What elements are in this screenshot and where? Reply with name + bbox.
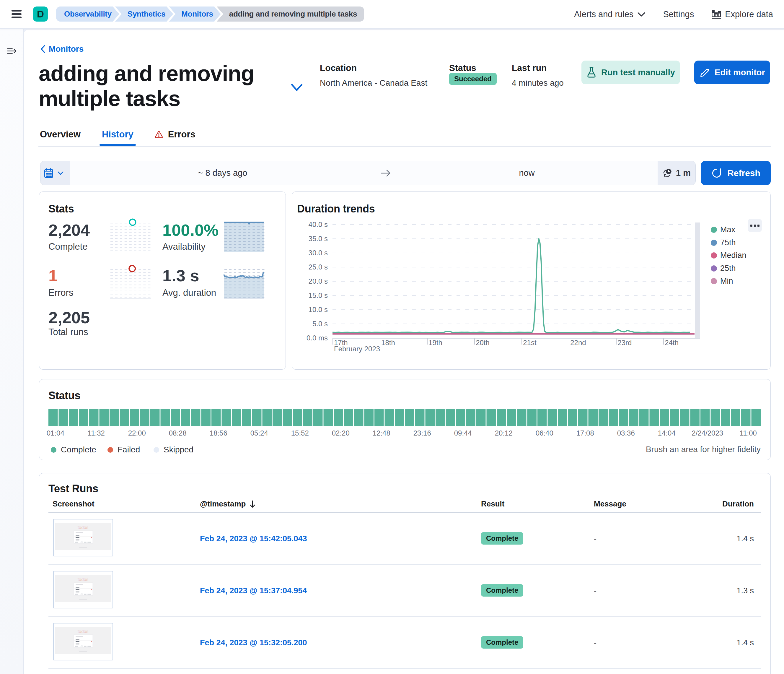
result-badge: Complete [481,532,523,545]
duration-x-tick-label: 21st [523,339,536,347]
avg-duration-sparkline-chart [224,268,264,299]
hamburger-bar [11,17,22,18]
options-dot [758,225,759,227]
timestamp-link[interactable]: Feb 24, 2023 @ 15:37:04.954 [200,586,307,595]
date-range-end[interactable]: now [396,161,658,185]
screenshot-thumbnail[interactable]: todos [53,571,113,608]
options-dot [750,225,752,227]
tab-errors[interactable]: Errors [155,129,196,146]
legend-dot [711,252,717,259]
duration-y-tick-label: 40.0 s [304,220,328,229]
chart-options-button[interactable] [748,219,762,232]
table-row-divider [48,564,761,565]
tab-errors-label: Errors [168,129,196,140]
tab-history-label: History [102,129,134,140]
column-header-duration[interactable]: Duration [722,499,754,509]
breadcrumb-synthetics[interactable]: Synthetics [115,6,173,22]
date-range-end-value: now [519,168,535,178]
duration-trends-chart[interactable] [332,222,700,340]
duration-cell: 1.3 s [736,586,754,595]
column-header-message[interactable]: Message [594,499,626,509]
stat-total-runs-label: Total runs [48,327,88,337]
status-panel-title: Status [48,390,80,402]
date-range-picker: ~ 8 days ago now 1 m [40,161,696,185]
stat-total-runs-value: 2,205 [48,309,90,326]
message-cell: - [594,586,596,595]
screenshot-thumbnail-image: todos [55,521,111,554]
status-x-tick-label: 20:12 [486,429,521,437]
duration-legend-item[interactable]: 25th [711,264,736,273]
explore-data-menu[interactable]: Explore data [712,9,773,19]
stat-complete-value: 2,204 [48,222,90,239]
duration-x-tick-label: 18th [381,339,395,347]
timestamp-link[interactable]: Feb 24, 2023 @ 15:42:05.043 [200,534,307,543]
screenshot-thumbnail[interactable]: todos [53,623,113,660]
test-runs-title: Test Runs [48,482,98,495]
screenshot-thumbnail[interactable]: todos [53,519,113,556]
alerts-and-rules-menu[interactable]: Alerts and rules [574,9,646,19]
back-to-monitors-link[interactable]: Monitors [40,44,84,54]
duration-x-tick-label: 24th [665,339,678,347]
refresh-label: Refresh [727,168,761,178]
status-x-tick-label: 05:24 [241,429,277,437]
edit-monitor-label: Edit monitor [715,68,765,77]
meta-location: Location North America - Canada East [320,63,427,88]
stat-errors-value: 1 [48,267,58,284]
status-x-tick-label: 01:04 [38,429,73,437]
tab-history[interactable]: History [102,129,134,146]
monitor-select-chevron[interactable] [291,84,303,92]
settings-label: Settings [663,9,694,19]
duration-x-tick [474,338,475,345]
legend-label: Max [720,225,735,234]
duration-y-tick-label: 35.0 s [304,235,328,243]
header-menu: Alerts and rules Settings Explore data [574,0,773,29]
skipped-legend-dot [154,447,159,453]
date-picker-calendar-button[interactable] [40,161,70,185]
pencil-icon [699,67,710,78]
edit-monitor-button[interactable]: Edit monitor [694,61,770,84]
status-legend-skipped[interactable]: Skipped [154,445,193,454]
status-x-tick-label: 2/24/2023 [690,429,725,437]
column-header-screenshot[interactable]: Screenshot [53,499,95,509]
status-legend-complete[interactable]: Complete [51,445,96,454]
duration-x-axis-month-label: February 2023 [334,345,380,353]
duration-legend-item[interactable]: Max [711,225,735,234]
breadcrumb-monitors[interactable]: Monitors [169,6,221,22]
duration-x-tick-label: 22nd [570,339,586,347]
thumbnail-app-title: todos [78,629,89,634]
breadcrumb-observability[interactable]: Observability [56,6,119,22]
duration-y-tick-label: 5.0 s [304,320,328,328]
date-range-start[interactable]: ~ 8 days ago [70,161,375,185]
refresh-button[interactable]: Refresh [701,161,771,185]
legend-label: 25th [720,264,736,273]
column-header-timestamp[interactable]: @timestamp [200,499,256,509]
message-cell: - [594,534,596,543]
tab-overview[interactable]: Overview [40,129,81,146]
hamburger-bar [11,13,22,15]
status-history-chart[interactable] [48,409,761,426]
duration-legend-item[interactable]: Min [711,276,733,286]
duration-legend-item[interactable]: Median [711,251,747,260]
menu-icon[interactable] [11,10,22,19]
expand-sidebar-button[interactable] [7,48,17,55]
duration-x-tick-label: 23rd [618,339,632,347]
status-label: Status [449,63,497,73]
status-x-tick-label: 11:32 [79,429,114,437]
availability-sparkline-chart [224,222,264,252]
errors-sparkline-chart [110,268,151,299]
timestamp-link[interactable]: Feb 24, 2023 @ 15:32:05.200 [200,638,307,647]
duration-y-tick-label: 10.0 s [304,306,328,314]
duration-y-tick-label: 0.0 ms [304,334,328,342]
settings-menu[interactable]: Settings [663,9,694,19]
project-logo[interactable]: D [33,6,48,22]
legend-label: Median [720,251,747,260]
breadcrumbs: Observability Synthetics Monitors adding… [56,6,364,22]
refresh-interval-button[interactable]: 1 m [658,161,695,185]
status-legend-failed[interactable]: Failed [107,445,140,454]
breadcrumb-current-page[interactable]: adding and removing multiple tasks [217,6,364,22]
date-range-start-value: ~ 8 days ago [198,168,247,178]
run-test-manually-button[interactable]: Run test manually [582,61,680,84]
duration-legend-item[interactable]: 75th [711,238,736,247]
column-header-result[interactable]: Result [481,499,504,509]
hamburger-bar [11,10,22,11]
